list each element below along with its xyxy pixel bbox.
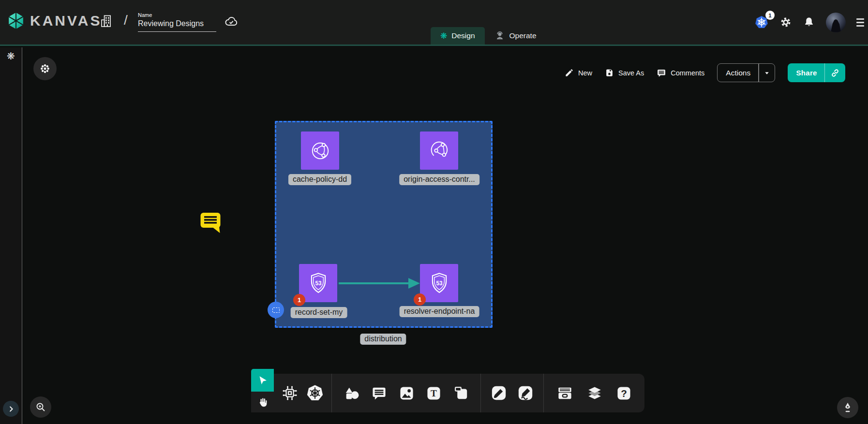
image-tool-icon [399, 385, 415, 401]
group-selection-handle[interactable] [268, 302, 284, 318]
node-label[interactable]: cache-policy-dd [288, 174, 351, 185]
pencil-icon [565, 68, 574, 77]
help-tool[interactable]: ? [616, 385, 632, 401]
save-as-label: Save As [618, 69, 644, 77]
actions-dropdown-toggle[interactable] [759, 69, 775, 77]
chevron-right-icon [7, 405, 15, 413]
toolbar-bar: T [274, 374, 644, 412]
save-as-button[interactable]: Save As [605, 68, 644, 77]
share-split-button[interactable]: Share [788, 63, 846, 82]
node-record-set[interactable]: 53 [299, 264, 337, 302]
link-icon [830, 68, 840, 78]
pen-path-tool[interactable] [491, 385, 507, 401]
comments-button[interactable]: Comments [657, 68, 704, 78]
layers-tool-icon [586, 384, 603, 402]
toolbar-section-misc: ? [543, 374, 644, 412]
share-label: Share [788, 69, 824, 77]
node-label[interactable]: resolver-endpoint-na [400, 306, 479, 317]
actions-split-button[interactable]: Actions [717, 63, 775, 82]
copy-link-button[interactable] [825, 68, 845, 78]
tab-operate[interactable]: Operate [485, 27, 546, 44]
zoom-in-icon [35, 401, 46, 413]
comments-label: Comments [671, 69, 704, 77]
freehand-draw-tool[interactable] [517, 385, 534, 401]
node-cache-policy[interactable] [301, 132, 339, 170]
node-error-badge[interactable]: 1 [414, 293, 426, 306]
node-error-badge[interactable]: 1 [293, 294, 305, 306]
operator-person-icon [494, 30, 505, 41]
note-tool-icon [453, 385, 469, 401]
pen-path-tool-icon [491, 385, 507, 401]
sidebar-expand-button[interactable] [3, 401, 19, 417]
notifications-button[interactable] [803, 16, 815, 29]
help-tool-icon: ? [616, 385, 632, 401]
design-name-input[interactable] [138, 19, 216, 32]
node-origin-access-control[interactable] [420, 132, 458, 170]
svg-text:53: 53 [436, 280, 443, 287]
route53-shield-icon: 53 [306, 271, 331, 296]
pan-tool[interactable] [251, 392, 274, 412]
tab-design[interactable]: ❋ Design [431, 27, 485, 44]
cloud-saved-icon [224, 15, 239, 29]
text-tool[interactable]: T [426, 385, 442, 401]
bottom-toolbar: T [251, 369, 667, 412]
pen-mode-button[interactable] [837, 397, 858, 418]
toolbar-section-draw [480, 374, 543, 412]
comment-tool[interactable] [371, 385, 387, 401]
cloud-save-status[interactable] [224, 15, 239, 29]
svg-text:53: 53 [315, 280, 322, 287]
settings-button[interactable] [779, 16, 792, 29]
kubernetes-tool[interactable] [306, 384, 324, 402]
kubernetes-context-badge: 1 [765, 11, 775, 20]
sidebar-meshery-button[interactable]: ❋ [0, 51, 22, 61]
save-floppy-icon [605, 68, 614, 77]
text-tool-icon: T [426, 385, 442, 401]
node-label[interactable]: record-set-my [291, 307, 347, 318]
gear-icon [779, 16, 792, 29]
comment-marker-icon [200, 211, 221, 234]
tab-operate-label: Operate [509, 31, 537, 40]
user-avatar[interactable] [826, 13, 846, 32]
cloudfront-globe-icon [308, 138, 333, 163]
organization-button[interactable] [99, 14, 114, 28]
toolbar-section-infra [274, 374, 331, 412]
cursor-tool-icon [257, 375, 269, 386]
tab-design-label: Design [451, 31, 475, 40]
zoom-in-button[interactable] [30, 396, 51, 418]
chevron-down-icon [763, 69, 771, 77]
infrastructure-tool[interactable] [281, 384, 299, 402]
image-tool[interactable] [399, 385, 415, 401]
select-tool[interactable] [251, 369, 274, 392]
node-label[interactable]: origin-access-contr... [399, 174, 479, 185]
pen-nib-icon [841, 401, 854, 414]
route53-shield-icon: 53 [427, 271, 452, 296]
kanvas-hexagon-logo [7, 12, 25, 30]
layers-tool[interactable] [586, 384, 603, 402]
breadcrumb-separator: / [124, 13, 128, 28]
new-button[interactable]: New [565, 68, 592, 77]
drawer-tool[interactable] [556, 385, 573, 402]
canvas-menu-button[interactable] [33, 57, 57, 80]
pan-hand-icon [256, 396, 269, 409]
hamburger-menu-icon[interactable] [856, 18, 864, 27]
group-label[interactable]: distribution [360, 334, 406, 345]
mode-tabs: ❋ Design Operate [431, 27, 546, 44]
shapes-tool[interactable] [344, 385, 360, 401]
organization-building-icon [99, 14, 114, 28]
actions-label: Actions [718, 69, 758, 77]
node-resolver-endpoint[interactable]: 53 [420, 264, 458, 302]
kanvas-logo[interactable]: KANVAS [7, 12, 102, 30]
edge-record-set-to-resolver[interactable] [339, 276, 422, 291]
bell-icon [803, 16, 815, 29]
left-sidebar: ❋ [0, 47, 22, 424]
note-tool[interactable] [453, 385, 469, 401]
new-label: New [578, 69, 592, 77]
kubernetes-context-button[interactable]: 1 [754, 15, 769, 29]
cloudfront-globe-icon [427, 138, 452, 163]
top-bar: KANVAS / Name ❋ Design Operate 1 [0, 0, 868, 46]
comments-icon [657, 68, 666, 78]
meshery-swirl-icon: ❋ [7, 50, 15, 62]
infrastructure-chip-icon [281, 384, 299, 402]
design-canvas[interactable]: New Save As Comments Actions Share [22, 47, 868, 424]
comment-marker[interactable] [200, 211, 221, 234]
